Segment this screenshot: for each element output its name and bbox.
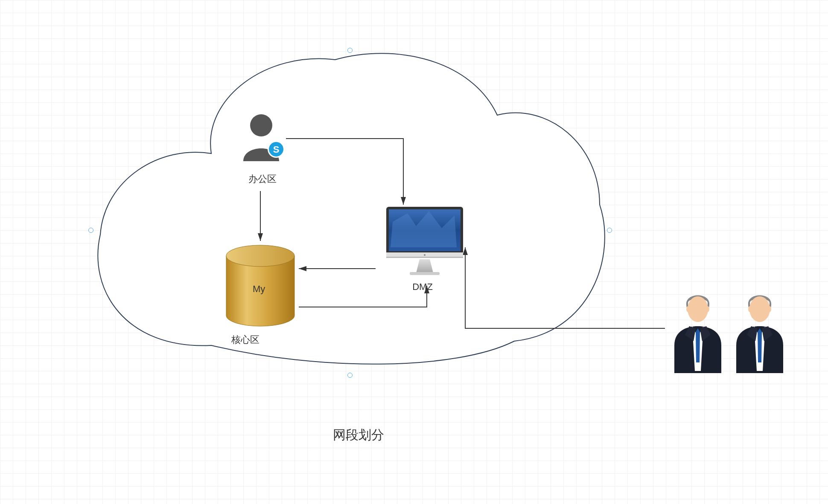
svg-point-12 [686, 306, 690, 312]
diagram-canvas[interactable]: S 办公区 My 核心区 [0, 0, 828, 504]
diagram-title: 网段划分 [324, 426, 393, 444]
svg-point-16 [768, 306, 771, 312]
businessman-icon [728, 286, 792, 375]
dmz-monitor-node[interactable] [382, 205, 467, 279]
svg-point-15 [748, 306, 752, 312]
svg-point-11 [688, 296, 708, 322]
office-user-node[interactable]: S [237, 111, 286, 166]
svg-point-14 [749, 296, 770, 322]
svg-rect-8 [386, 257, 463, 258]
monitor-icon [382, 205, 467, 279]
svg-point-13 [706, 306, 709, 312]
businessman-icon [666, 286, 730, 375]
svg-rect-10 [410, 272, 440, 275]
database-text: My [253, 284, 265, 295]
svg-point-4 [226, 245, 294, 266]
user-icon: S [237, 111, 286, 166]
svg-point-9 [424, 254, 426, 256]
svg-point-0 [250, 114, 272, 136]
svg-text:S: S [273, 144, 280, 155]
database-node[interactable]: My [222, 243, 299, 328]
managers-node[interactable] [666, 286, 794, 375]
office-label: 办公区 [243, 173, 282, 185]
dmz-label: DMZ [410, 281, 435, 293]
core-label: 核心区 [226, 333, 265, 346]
